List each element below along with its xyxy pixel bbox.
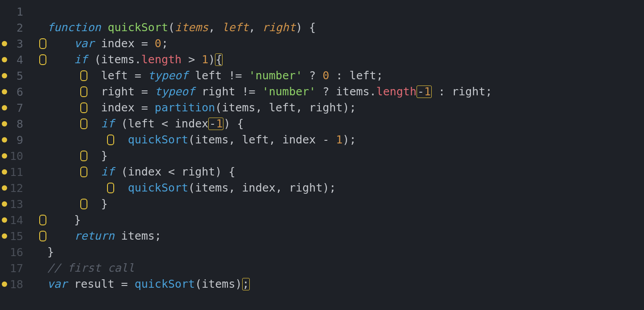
coverage-marker	[39, 38, 46, 49]
coverage-marker	[39, 54, 46, 65]
code-content[interactable]: quickSort(items, index, right);	[47, 180, 336, 196]
line-number: 6	[9, 86, 28, 98]
breakpoint-gutter[interactable]	[0, 169, 9, 175]
code-line[interactable]: 11 if (index < right) {	[0, 164, 644, 180]
line-number: 3	[9, 37, 28, 50]
breakpoint-gutter[interactable]	[0, 89, 9, 94]
code-content[interactable]: index = partition(items, left, right);	[47, 100, 356, 116]
code-line[interactable]: 8 if (left < index-1) {	[0, 116, 644, 132]
code-line[interactable]: 13 }	[0, 196, 644, 212]
breakpoint-icon[interactable]	[2, 57, 7, 62]
breakpoint-gutter[interactable]	[0, 201, 9, 207]
breakpoint-gutter[interactable]	[0, 233, 9, 239]
breakpoint-icon[interactable]	[2, 185, 7, 191]
code-content[interactable]: var result = quickSort(items);	[47, 276, 250, 292]
breakpoint-gutter[interactable]	[0, 185, 9, 191]
breakpoint-icon[interactable]	[2, 121, 7, 126]
coverage-marker	[80, 151, 87, 161]
code-line[interactable]: 9 quickSort(items, left, index - 1);	[0, 132, 644, 148]
code-line[interactable]: 4 if (items.length > 1){	[0, 52, 644, 68]
coverage-marker	[39, 231, 46, 241]
breakpoint-icon[interactable]	[2, 201, 7, 207]
breakpoint-icon[interactable]	[2, 105, 7, 110]
coverage-marker	[80, 118, 87, 129]
code-content[interactable]: var index = 0;	[47, 36, 168, 52]
code-content[interactable]: right = typeof right != 'number' ? items…	[47, 84, 492, 100]
coverage-highlight: {	[215, 53, 223, 66]
code-line[interactable]: 6 right = typeof right != 'number' ? ite…	[0, 84, 644, 100]
line-number: 7	[9, 102, 28, 114]
code-content[interactable]: function quickSort(items, left, right) {	[47, 20, 316, 36]
breakpoint-gutter[interactable]	[0, 217, 9, 223]
code-content[interactable]: }	[47, 148, 108, 164]
code-content[interactable]: return items;	[47, 228, 161, 244]
code-content[interactable]: }	[47, 212, 81, 228]
line-number: 15	[9, 230, 28, 243]
code-editor[interactable]: 1 2 function quickSort(items, left, righ…	[0, 0, 644, 310]
breakpoint-gutter[interactable]	[0, 137, 9, 143]
code-line[interactable]: 1	[0, 4, 644, 20]
code-line[interactable]: 5 left = typeof left != 'number' ? 0 : l…	[0, 68, 644, 84]
breakpoint-gutter[interactable]	[0, 281, 9, 287]
line-number: 18	[9, 278, 28, 291]
breakpoint-icon[interactable]	[2, 153, 7, 159]
breakpoint-icon[interactable]	[2, 41, 7, 46]
line-number: 12	[9, 182, 28, 195]
breakpoint-gutter[interactable]	[0, 121, 9, 126]
line-number: 14	[9, 214, 28, 227]
coverage-highlight: --11	[417, 86, 432, 98]
code-line[interactable]: 10 }	[0, 148, 644, 164]
coverage-marker	[107, 135, 114, 145]
line-number: 11	[9, 166, 28, 179]
code-line[interactable]: 16 }	[0, 244, 644, 260]
coverage-highlight: -1	[208, 118, 223, 130]
breakpoint-icon[interactable]	[2, 169, 7, 175]
line-number: 13	[9, 198, 28, 211]
coverage-marker	[80, 70, 87, 81]
line-number: 1	[9, 5, 28, 18]
breakpoint-gutter[interactable]	[0, 73, 9, 78]
code-line[interactable]: 15 return items;	[0, 228, 644, 244]
breakpoint-icon[interactable]	[2, 73, 7, 78]
breakpoint-icon[interactable]	[2, 233, 7, 239]
line-number: 17	[9, 262, 28, 275]
code-content[interactable]: left = typeof left != 'number' ? 0 : lef…	[47, 68, 383, 84]
breakpoint-icon[interactable]	[2, 89, 7, 94]
coverage-marker	[39, 215, 46, 225]
breakpoint-icon[interactable]	[2, 217, 7, 223]
breakpoint-gutter[interactable]	[0, 105, 9, 110]
line-number: 2	[9, 21, 28, 34]
breakpoint-icon[interactable]	[2, 281, 7, 287]
coverage-marker	[80, 199, 87, 209]
breakpoint-gutter[interactable]	[0, 41, 9, 46]
line-number: 4	[9, 53, 28, 66]
code-line[interactable]: 2 function quickSort(items, left, right)…	[0, 20, 644, 36]
code-line[interactable]: 12 quickSort(items, index, right);	[0, 180, 644, 196]
coverage-marker	[80, 86, 87, 97]
coverage-highlight: ;	[242, 278, 250, 290]
line-number: 5	[9, 69, 28, 82]
code-line[interactable]: 14 }	[0, 212, 644, 228]
code-line[interactable]: 17 // first call	[0, 260, 644, 276]
line-number: 10	[9, 150, 28, 163]
line-number: 8	[9, 118, 28, 131]
code-content[interactable]: if (items.length > 1){	[47, 52, 223, 68]
code-content[interactable]: if (index < right) {	[47, 164, 235, 180]
line-number: 16	[9, 246, 28, 259]
code-content[interactable]: // first call	[47, 260, 135, 276]
coverage-marker	[80, 102, 87, 113]
breakpoint-gutter[interactable]	[0, 153, 9, 159]
code-content[interactable]: }	[47, 196, 108, 212]
code-line[interactable]: 18 var result = quickSort(items);	[0, 276, 644, 292]
code-content[interactable]: if (left < index-1) {	[47, 116, 244, 132]
code-line[interactable]: 7 index = partition(items, left, right);	[0, 100, 644, 116]
code-content[interactable]: quickSort(items, left, index - 1);	[47, 132, 356, 148]
breakpoint-icon[interactable]	[2, 137, 7, 143]
code-content[interactable]: }	[47, 244, 54, 260]
coverage-marker	[107, 183, 114, 193]
coverage-marker	[80, 167, 87, 177]
breakpoint-gutter[interactable]	[0, 57, 9, 62]
code-line[interactable]: 3 var index = 0;	[0, 36, 644, 52]
line-number: 9	[9, 134, 28, 147]
